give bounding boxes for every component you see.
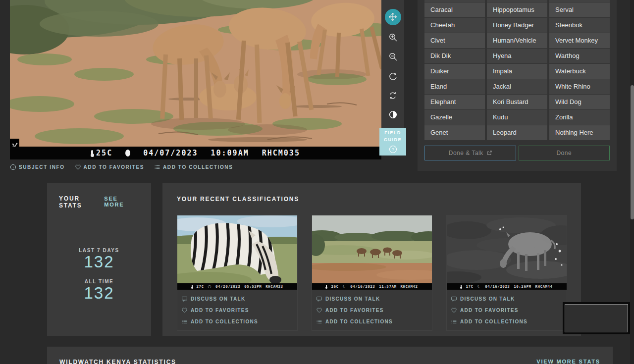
thermometer-icon xyxy=(461,285,462,288)
stat-value-last7: 132 xyxy=(59,253,139,271)
species-cell[interactable]: Caracal xyxy=(424,2,485,17)
card-thumbnail-zebra[interactable]: 27C 04/20/2023 05:53PM RHCAM33 xyxy=(177,215,297,290)
species-cell[interactable]: Cheetah xyxy=(424,18,485,33)
card-thumbnail-savanna[interactable]: 26C 04/16/2023 11:57AM RHCAM42 xyxy=(312,215,432,290)
species-cell[interactable]: Civet xyxy=(424,33,485,48)
talk-bubble-icon xyxy=(316,296,322,302)
add-to-collections-link[interactable]: ADD TO COLLECTIONS xyxy=(316,317,428,326)
subject-camera-id: RHCM035 xyxy=(262,149,300,157)
species-cell[interactable]: Serval xyxy=(549,2,610,17)
species-cell[interactable]: Zorilla xyxy=(549,110,610,125)
discuss-on-talk-link[interactable]: DISCUSS ON TALK xyxy=(451,294,563,304)
species-choice-table: Caracal Hippopotamus Serval Cheetah Hone… xyxy=(424,0,610,140)
subject-time: 10:09AM xyxy=(211,149,249,157)
add-to-favorites-link[interactable]: ADD TO FAVORITES xyxy=(75,164,144,170)
info-icon xyxy=(10,164,16,170)
species-cell[interactable]: White Rhino xyxy=(549,79,610,94)
species-row: Duiker Impala Waterbuck xyxy=(424,64,610,79)
project-statistics-title: WILDWATCH KENYA STATISTICS xyxy=(59,359,176,364)
done-and-talk-button[interactable]: Done & Talk xyxy=(424,146,516,160)
species-cell[interactable]: Wild Dog xyxy=(549,95,610,109)
invert-colors-icon xyxy=(388,110,398,119)
talk-bubble-icon xyxy=(451,296,457,302)
add-to-collections-link[interactable]: ADD TO COLLECTIONS xyxy=(451,317,563,326)
subject-temp: 25C xyxy=(96,149,112,157)
species-cell[interactable] xyxy=(424,0,485,2)
page-scrollbar-track[interactable] xyxy=(630,0,634,364)
reset-icon xyxy=(388,91,397,100)
species-cell[interactable]: Eland xyxy=(424,79,485,94)
species-cell[interactable]: Elephant xyxy=(424,95,485,109)
view-more-stats-link[interactable]: VIEW MORE STATS xyxy=(536,359,600,364)
add-to-favorites-link[interactable]: ADD TO FAVORITES xyxy=(316,306,428,315)
species-cell[interactable]: Vervet Monkey xyxy=(549,33,610,48)
species-cell[interactable]: Steenbok xyxy=(549,18,610,33)
zoom-in-button[interactable] xyxy=(381,28,404,47)
stat-value-alltime: 132 xyxy=(59,284,139,302)
species-cell[interactable]: Honey Badger xyxy=(487,18,547,33)
add-to-collections-link[interactable]: ADD TO COLLECTIONS xyxy=(181,317,293,326)
recent-classifications-panel: YOUR RECENT CLASSIFICATIONS xyxy=(162,183,581,336)
species-cell[interactable]: Jackal xyxy=(487,79,547,94)
species-cell[interactable]: Hippopotamus xyxy=(487,2,547,17)
move-icon xyxy=(388,12,398,22)
empty-tooltip-box xyxy=(565,304,628,332)
add-to-favorites-link[interactable]: ADD TO FAVORITES xyxy=(451,306,563,315)
add-to-collections-link[interactable]: ADD TO COLLECTIONS xyxy=(154,164,233,170)
recent-classifications-title: YOUR RECENT CLASSIFICATIONS xyxy=(177,196,299,203)
species-cell[interactable]: Genet xyxy=(424,125,485,140)
zoom-out-button[interactable] xyxy=(381,47,404,66)
species-cell[interactable]: Human/Vehicle xyxy=(487,33,547,48)
talk-bubble-icon xyxy=(181,296,188,302)
collections-list-icon xyxy=(154,164,160,170)
species-cell[interactable]: Impala xyxy=(487,64,547,79)
collections-list-icon xyxy=(316,318,322,325)
species-cell[interactable] xyxy=(487,0,547,2)
sun-icon xyxy=(208,285,211,289)
species-cell[interactable]: Duiker xyxy=(424,64,485,79)
project-statistics-panel: WILDWATCH KENYA STATISTICS VIEW MORE STA… xyxy=(47,347,613,364)
species-cell[interactable]: Kori Bustard xyxy=(487,95,547,109)
add-to-favorites-link[interactable]: ADD TO FAVORITES xyxy=(181,306,293,315)
task-buttons-row: Done & Talk Done xyxy=(424,146,610,160)
subject-image-viewer[interactable]: 25C 04/07/2023 10:09AM RHCM035 xyxy=(10,0,381,159)
card-actions: DISCUSS ON TALK ADD TO FAVORITES ADD TO … xyxy=(447,290,567,330)
species-cell[interactable]: Waterbuck xyxy=(549,64,610,79)
thermometer-icon xyxy=(91,150,93,156)
discuss-on-talk-link[interactable]: DISCUSS ON TALK xyxy=(316,294,428,304)
move-tool-button[interactable] xyxy=(381,6,404,28)
card-actions: DISCUSS ON TALK ADD TO FAVORITES ADD TO … xyxy=(312,290,432,330)
your-stats-panel: YOUR STATS SEE MORE LAST 7 DAYS 132 ALL … xyxy=(47,183,151,336)
species-cell[interactable]: Warthog xyxy=(549,49,610,63)
species-cell[interactable] xyxy=(549,0,610,2)
discuss-on-talk-link[interactable]: DISCUSS ON TALK xyxy=(181,294,293,304)
species-cell[interactable]: Hyena xyxy=(487,49,547,63)
species-cell[interactable]: Kudu xyxy=(487,110,547,125)
savanna-photo xyxy=(312,215,432,283)
card-thumbnail-night[interactable]: 17C 04/16/2023 10:26PM RHCAM44 xyxy=(447,215,567,290)
external-link-icon xyxy=(487,151,492,156)
species-cell[interactable]: Leopard xyxy=(487,125,547,140)
species-row: Eland Jackal White Rhino xyxy=(424,79,610,94)
classification-card: 17C 04/16/2023 10:26PM RHCAM44 DISCUSS O… xyxy=(446,215,567,331)
card-actions: DISCUSS ON TALK ADD TO FAVORITES ADD TO … xyxy=(177,290,297,330)
done-button[interactable]: Done xyxy=(519,146,610,160)
page-scrollbar-thumb[interactable] xyxy=(631,85,634,219)
species-cell[interactable]: Gazelle xyxy=(424,110,485,125)
invert-colors-button[interactable] xyxy=(381,105,404,124)
reset-button[interactable] xyxy=(381,86,404,105)
species-cell[interactable]: Nothing Here xyxy=(549,125,610,140)
collections-list-icon xyxy=(181,318,188,325)
workflow-page: 25C 04/07/2023 10:09AM RHCM035 xyxy=(0,0,634,364)
rotate-button[interactable] xyxy=(381,66,404,86)
thumbnail-metadata-bar: 27C 04/20/2023 05:53PM RHCAM33 xyxy=(177,283,297,290)
thermometer-icon xyxy=(192,285,193,288)
species-row-cutoff xyxy=(424,0,610,2)
see-more-link[interactable]: SEE MORE xyxy=(104,196,139,208)
field-guide-button[interactable]: FIELD GUIDE ? xyxy=(379,128,406,156)
species-cell[interactable]: Dik Dik xyxy=(424,49,485,63)
svg-text:?: ? xyxy=(392,147,394,152)
subject-info-link[interactable]: SUBJECT INFO xyxy=(10,164,65,170)
zoom-out-icon xyxy=(388,52,398,61)
subject-actions-bar: SUBJECT INFO ADD TO FAVORITES ADD TO COL… xyxy=(10,164,233,170)
